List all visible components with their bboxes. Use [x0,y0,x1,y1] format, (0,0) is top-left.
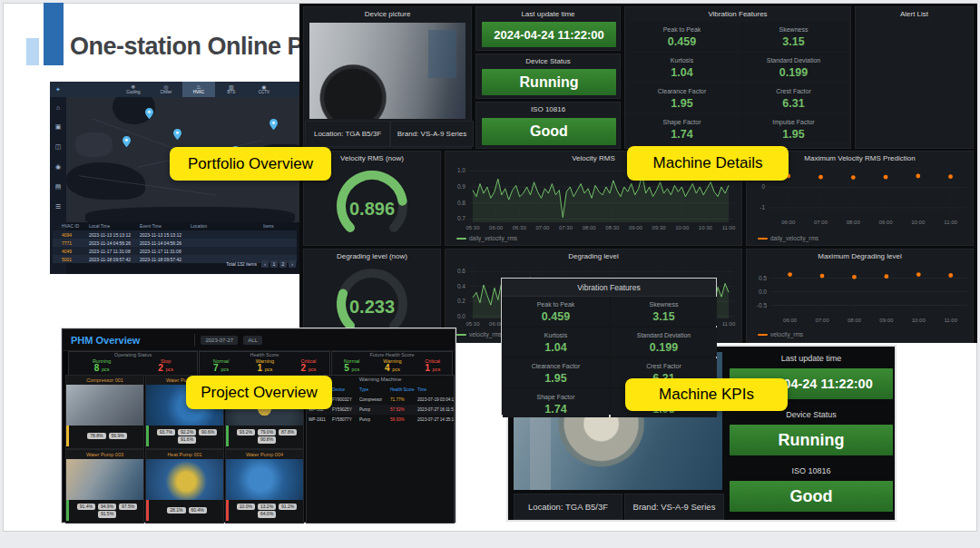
warning-cell-type: Compressor [359,397,390,402]
vibration-cell-value: 0.459 [503,308,609,326]
vibration-cell-label: Shape Factor [503,393,609,401]
x-tick-label: 07:00 [809,220,833,225]
degrading-prediction-title: Maximum Degrading level [747,250,973,261]
vibration-cell-label: Skewness [739,25,848,34]
pager-button[interactable]: ‹ [261,260,269,268]
callout-machine-details[interactable]: Machine Details [627,146,789,181]
map-pin-icon[interactable] [173,127,181,138]
vibration-cell-label: Clearance Factor [503,362,609,370]
sidebar-icon-4[interactable]: ▤ [50,177,66,197]
warning-cell-device: FY59025Y [332,407,359,412]
vibration-features-title: Vibration Features [625,7,850,19]
tab-label: HVAC [193,90,204,94]
device-picture-title: Device picture [304,7,471,19]
warning-cell-device: FY90032Y [332,397,359,402]
map-pin-icon[interactable] [270,117,278,128]
stat-unit: pcs [392,367,400,372]
portfolio-tab-hvac[interactable]: ♨HVAC [182,82,215,97]
vibration-cell: Shape Factor1.74 [503,389,609,418]
pager-button[interactable]: 2 [279,260,287,268]
location-label: Location: TGA B5/3F [305,121,390,147]
sidebar-icon-2[interactable]: ◫ [50,137,66,157]
score-badge: 79.0% [258,429,276,436]
table-row[interactable]: 40492023-11-17 11:31:082023-11-17 11:31:… [53,247,297,255]
portfolio-tab-bts[interactable]: ▥BTS [215,82,248,97]
machine-card-stats: 91.4%94.9%97.5%91.5% [66,500,143,521]
portfolio-tab-cctv[interactable]: ◉CCTV [248,82,280,97]
stat-unit: pcs [352,367,360,372]
score-badge: 91.6% [178,436,196,444]
event-time: 2023-11-14 04:56:26 [140,240,191,246]
stat-unit: pcs [433,367,441,372]
portfolio-tab-chiller[interactable]: ◎Chiller [150,82,182,97]
column-header: HVAC ID [62,224,89,229]
vibration-cell-value: 1.74 [627,126,737,143]
y-tick-label: 0.0 [449,314,466,320]
sidebar-icon-3[interactable]: ◉ [50,157,66,177]
stat-value: 1 pcs [425,364,440,373]
machine-card-stats: 93.7%92.2%90.6%91.6% [146,426,223,446]
sidebar-icon-0[interactable]: ⌂ [50,97,66,117]
status-group-0: Operating StatusRunning8 pcsStop2 pcs [68,351,198,376]
stat-value: 1 pcs [257,364,272,373]
stat-value: 7 pcs [213,364,229,373]
score-badge: 10.0% [237,504,255,511]
score-badge: 93.7% [157,429,175,436]
pager-button[interactable]: › [289,260,296,268]
machine-card[interactable]: Water Pump 00410.0%13.2%91.2%64.0% [225,449,304,524]
machine-card[interactable]: Water Pump 00391.4%94.9%97.5%91.5% [65,449,144,524]
portfolio-tab-cooling[interactable]: ❄Cooling [117,82,150,97]
phm-filter-tag[interactable]: ALL [243,336,262,345]
stat-value: 4 pcs [385,364,400,373]
machine-card[interactable]: Compressor 00178.8%56.9% [65,375,144,449]
machine-card[interactable]: Heat Pump 00128.1%60.4% [145,449,224,524]
score-badge: 87.8% [279,429,297,436]
degrading-gauge-title: Degrading level (now) [304,250,440,261]
status-stat: Critical2 pcs [300,359,316,374]
x-tick-label: 11:00 [939,220,963,225]
phm-filter-tag[interactable]: 2023-07-27 [201,336,238,345]
sidebar-icon-5[interactable]: ☰ [50,197,66,217]
legend-label: velocity_rms [770,331,803,338]
vibration-cell-label: Standard Deviation [739,56,848,64]
status-stat: Critical1 pcs [425,359,440,374]
score-badge: 78.8% [87,433,105,440]
last-update-title: Last update time [730,354,893,363]
map-pin-icon[interactable] [122,134,131,145]
map-pin-icon[interactable] [145,106,153,117]
sidebar-icon-1[interactable]: ▣ [50,117,66,137]
portfolio-navbar: ✦ ❄Cooling◎Chiller♨HVAC▥BTS◉CCTV [50,82,299,97]
warning-column-header: Health Score [390,387,417,392]
table-row[interactable]: 40942023-11-13 15:13:122023-11-13 15:13:… [53,230,297,239]
x-tick-label: 10:30 [693,225,717,230]
pager-button[interactable]: 1 [270,260,278,268]
stat-value: 5 pcs [344,364,359,373]
x-tick-label: 10:00 [906,318,930,323]
vibration-cell-label: Clearance Factor [627,87,737,95]
iso-title: ISO 10816 [476,103,620,114]
x-tick-label: 07:00 [531,225,554,230]
warning-row[interactable]: WP-1911FY58077YPump59.93%2023-07-27 14:3… [307,415,454,425]
legend-swatch [758,238,768,240]
table-row[interactable]: 77712023-11-14 04:56:262023-11-14 04:56:… [53,239,297,247]
x-tick-label: 05:30 [461,321,485,327]
callout-machine-kpis[interactable]: Machine KPIs [625,378,788,411]
iso-value: Good [482,118,616,145]
last-update-panel: Last update time 2024-04-24 11:22:00 [475,6,621,51]
health-accent-bar [146,500,149,521]
score-badge: 91.5% [98,511,116,518]
legend-label: velocity_rms [469,331,502,338]
y-tick-label: -1 [749,205,765,211]
callout-project-overview[interactable]: Project Overview [186,376,332,409]
vibration-cell: Standard Deviation0.199 [611,328,717,357]
portfolio-table-footer: Total 132 items ‹12› [226,260,296,268]
x-tick-label: 09:30 [647,225,671,230]
callout-portfolio-overview[interactable]: Portfolio Overview [170,147,331,181]
y-tick-label: 0.9 [449,184,466,191]
device-status-title: Device Status [730,410,893,419]
vibration-cell-label: Kurtosis [503,331,609,339]
health-accent-bar [146,426,149,446]
machine-card-title: Water Pump 003 [66,450,143,459]
x-tick-label: 08:00 [841,220,865,225]
warning-cell-score: 71.77% [390,397,417,402]
